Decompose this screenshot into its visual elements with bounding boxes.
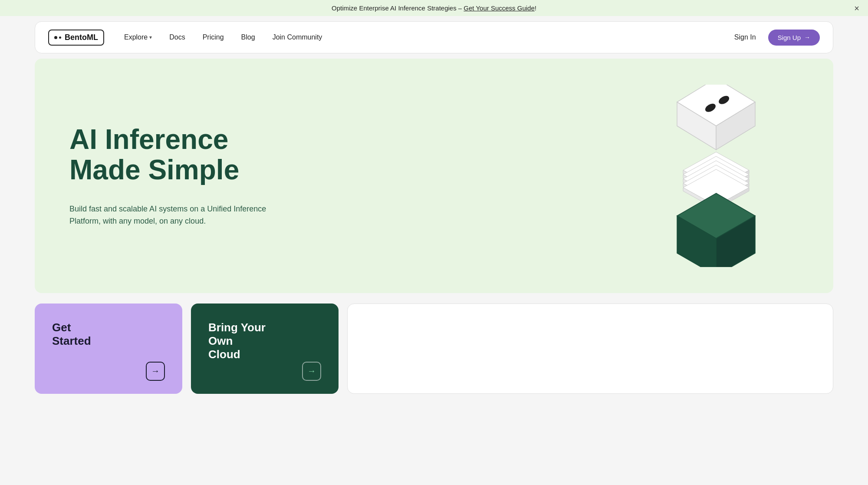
nav-link-join-community[interactable]: Join Community	[266, 30, 329, 45]
cards-section: Get Started → Bring Your Own Cloud →	[35, 304, 833, 394]
hero-content: AI Inference Made Simple Build fast and …	[69, 124, 295, 228]
nav-link-explore[interactable]: Explore ▾	[117, 30, 159, 45]
hero-subtitle: Build fast and scalable AI systems on a …	[69, 203, 295, 228]
hero-title: AI Inference Made Simple	[69, 124, 295, 185]
nav-links: Explore ▾ Docs Pricing Blog Join Communi…	[117, 30, 727, 45]
announcement-link[interactable]: Get Your Success Guide	[464, 4, 534, 12]
get-started-card[interactable]: Get Started →	[35, 304, 182, 394]
bring-your-own-cloud-title: Bring Your Own Cloud	[208, 321, 321, 362]
sign-up-label: Sign Up	[778, 34, 801, 41]
nav-link-blog[interactable]: Blog	[234, 30, 262, 45]
cube-illustration	[634, 85, 799, 267]
nav-link-pricing[interactable]: Pricing	[196, 30, 231, 45]
logo-dot-1	[54, 36, 57, 39]
navbar: BentoML Explore ▾ Docs Pricing Blog Join…	[35, 21, 833, 53]
banner-close-button[interactable]: ×	[854, 4, 859, 13]
hero-illustration	[634, 85, 799, 267]
sign-up-arrow-icon: →	[804, 34, 810, 41]
third-card[interactable]	[347, 304, 833, 394]
nav-right: Sign In Sign Up →	[727, 30, 820, 46]
announcement-banner: Optimize Enterprise AI Inference Strateg…	[0, 0, 868, 16]
bring-your-own-cloud-card[interactable]: Bring Your Own Cloud →	[191, 304, 339, 394]
nav-link-docs[interactable]: Docs	[162, 30, 192, 45]
announcement-text-after: !	[535, 4, 536, 12]
logo-icon	[54, 36, 61, 39]
sign-in-button[interactable]: Sign In	[727, 30, 763, 45]
logo[interactable]: BentoML	[48, 30, 104, 46]
logo-dot-2	[59, 36, 61, 39]
bring-your-own-cloud-arrow-icon: →	[307, 366, 316, 376]
bring-your-own-cloud-arrow-button[interactable]: →	[302, 362, 321, 381]
get-started-arrow-icon: →	[151, 366, 160, 376]
explore-chevron-icon: ▾	[149, 34, 152, 40]
get-started-arrow-button[interactable]: →	[146, 362, 165, 381]
hero-section: AI Inference Made Simple Build fast and …	[35, 59, 833, 293]
get-started-title: Get Started	[52, 321, 165, 348]
logo-text: BentoML	[65, 33, 98, 42]
announcement-text: Optimize Enterprise AI Inference Strateg…	[332, 4, 464, 12]
sign-up-button[interactable]: Sign Up →	[768, 30, 820, 46]
